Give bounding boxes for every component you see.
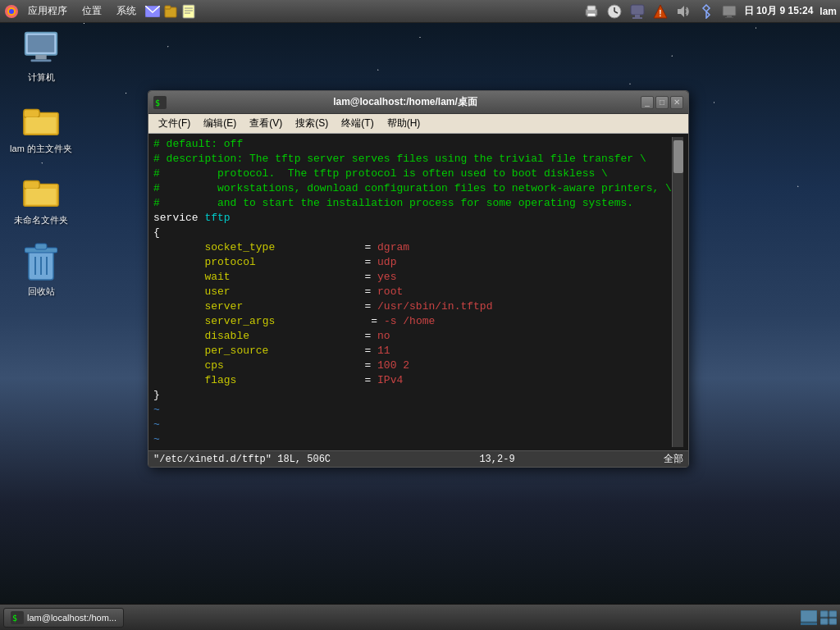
terminal-line-6: { [153,226,672,240]
notepad-icon[interactable] [180,3,197,20]
scrollbar-thumb[interactable] [673,140,683,173]
desktop-icon-home[interactable]: lam 的主文件夹 [8,100,74,155]
menu-edit[interactable]: 编辑(E) [197,115,243,132]
email-icon[interactable] [144,3,161,20]
datetime-display: 日 10月 9 15:24 [744,4,814,18]
terminal-line-16: flags = IPv4 [153,373,672,388]
svg-rect-18 [632,17,642,19]
taskbar-terminal-icon: $ [11,611,24,624]
svg-point-2 [9,9,14,14]
statusbar-file-info: "/etc/xinetd.d/tftp" 18L, 506C [153,454,331,465]
terminal-line-13: disable = no [153,329,672,344]
desktop-icon-computer[interactable]: 计算机 [8,29,74,84]
printer-icon[interactable] [583,3,600,20]
menu-help[interactable]: 帮助(H) [381,115,427,132]
volume-icon[interactable] [675,3,692,20]
svg-rect-12 [587,13,596,16]
svg-rect-17 [635,15,640,17]
minimize-button[interactable]: _ [641,96,654,109]
terminal-line-9: wait = yes [153,270,672,285]
trash-icon [21,243,61,282]
terminal-line-17: } [153,388,672,403]
svg-rect-34 [26,189,56,204]
svg-rect-23 [727,16,732,17]
terminal-line-14: per_source = 11 [153,344,672,358]
taskbar-windows-icon[interactable] [820,609,837,626]
username-display: lam [819,6,837,17]
svg-text:$: $ [155,98,160,107]
desktop-icon-unnamed[interactable]: 未命名文件夹 [8,171,74,226]
terminal-text: # default: off# description: The tftp se… [153,137,672,447]
menu-apps[interactable]: 应用程序 [21,2,74,20]
unnamed-folder-icon-label: 未命名文件夹 [14,214,68,226]
desktop: 应用程序 位置 系统 [0,0,840,630]
terminal-line-11: server = /usr/sbin/in.tftpd [153,299,672,314]
clock-widget-icon[interactable] [606,3,623,20]
taskbar-left-section: 应用程序 位置 系统 [3,2,197,20]
svg-rect-31 [26,117,56,133]
menu-terminal[interactable]: 终端(T) [335,115,380,132]
svg-rect-6 [183,5,194,18]
desktop-icons-container: 计算机 lam 的主文件夹 未命名文件夹 [8,29,74,298]
svg-rect-16 [631,5,644,15]
terminal-menubar: 文件(F) 编辑(E) 查看(V) 搜索(S) 终端(T) 帮助(H) [148,114,688,134]
svg-rect-47 [820,610,828,616]
terminal-line-4: # and to start the installation process … [153,196,672,211]
computer-icon-label: 计算机 [28,71,55,84]
files-icon[interactable] [162,3,179,20]
menu-location[interactable]: 位置 [75,2,108,20]
svg-rect-11 [587,6,596,11]
terminal-icon-area: $ [153,96,170,109]
terminal-line-15: cps = 100 2 [153,358,672,373]
terminal-line-19: ~ [153,418,672,432]
menu-system[interactable]: 系统 [110,2,143,20]
statusbar-scroll-pos: 全部 [664,452,683,466]
svg-rect-26 [28,35,55,52]
svg-rect-30 [24,110,39,118]
close-button[interactable]: ✕ [670,96,683,109]
terminal-line-8: protocol = udp [153,255,672,270]
svg-text:$: $ [12,614,17,623]
home-folder-icon-label: lam 的主文件夹 [10,143,72,155]
network-icon[interactable] [629,3,646,20]
svg-text:!: ! [659,9,661,18]
svg-rect-45 [801,610,817,622]
terminal-scrollbar[interactable] [672,137,683,447]
taskbar-right-section: ! 日 1 [583,3,837,20]
terminal-line-1: # description: The tftp server serves fi… [153,152,672,167]
svg-rect-37 [35,244,47,249]
terminal-line-10: user = root [153,285,672,299]
menu-view[interactable]: 查看(V) [243,115,289,132]
warning-icon[interactable]: ! [652,3,669,20]
terminal-window: $ lam@localhost:/home/lam/桌面 _ □ ✕ 文件(F)… [148,90,689,468]
svg-rect-5 [165,6,171,9]
terminal-titlebar: $ lam@localhost:/home/lam/桌面 _ □ ✕ [148,91,688,114]
firefox-icon[interactable] [3,3,20,20]
svg-rect-50 [829,618,837,623]
maximize-button[interactable]: □ [655,96,669,109]
svg-rect-46 [801,623,817,625]
svg-rect-27 [35,55,46,60]
unnamed-folder-icon [21,171,61,211]
svg-rect-49 [820,618,828,623]
taskbar-bottom: $ lam@localhost:/hom... [0,604,840,630]
computer-icon [21,29,61,68]
taskbar-desktop-icon[interactable] [801,609,817,626]
menu-file[interactable]: 文件(F) [152,115,197,132]
terminal-line-18: ~ [153,403,672,418]
terminal-content-area[interactable]: # default: off# description: The tftp se… [148,134,688,450]
taskbar-terminal-label: lam@localhost:/hom... [27,613,116,623]
desktop-icon-trash[interactable]: 回收站 [8,243,74,298]
svg-rect-24 [725,17,733,18]
taskbar-top: 应用程序 位置 系统 [0,0,840,23]
svg-rect-28 [31,59,52,62]
terminal-line-7: socket_type = dgram [153,240,672,255]
svg-rect-22 [723,6,736,16]
bluetooth-icon[interactable] [698,3,714,20]
terminal-line-20: ~ [153,432,672,447]
display-icon[interactable] [721,3,737,20]
terminal-title: lam@localhost:/home/lam/桌面 [170,95,641,109]
menu-search[interactable]: 搜索(S) [289,115,335,132]
statusbar-position: 13,2-9 [479,454,514,465]
taskbar-terminal-item[interactable]: $ lam@localhost:/hom... [3,608,124,628]
